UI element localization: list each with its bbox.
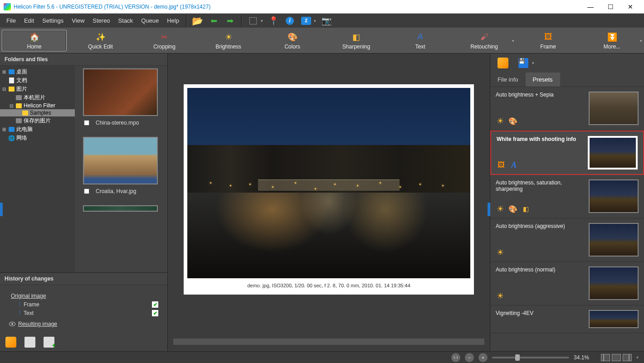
ribbon-sharpening[interactable]: ◧ Sharpening [324, 28, 388, 53]
menu-queue[interactable]: Queue [137, 15, 162, 26]
history-frame[interactable]: ⸾Frame✔ [9, 301, 158, 308]
window-title: Helicon Filter 5.6 - UNREGISTERED (TRIAL… [14, 4, 581, 10]
history-save-as-button[interactable] [44, 337, 54, 348]
preset-title: Auto brightness, saturation, sharpening [496, 179, 584, 192]
nav-forward-icon[interactable]: ➡ [225, 16, 235, 26]
ribbon-label: Colors [284, 44, 300, 50]
menu-stereo[interactable]: Stereo [89, 15, 113, 26]
horizontal-scrollbar[interactable] [173, 339, 484, 345]
thumbnail-item[interactable]: Croatia, Hvar.jpg [80, 137, 167, 194]
tree-node-desktop[interactable]: ⊞桌面 [0, 68, 75, 76]
ribbon-colors[interactable]: 🎨 Colors [260, 28, 324, 53]
ribbon-label: Retouching [470, 44, 498, 50]
chevron-down-icon[interactable]: ▾ [636, 355, 639, 360]
chevron-down-icon[interactable]: ▾ [532, 61, 534, 65]
thumbnail-checkbox[interactable] [84, 189, 89, 194]
minimize-button[interactable]: — [581, 0, 600, 14]
menubar: File Edit Settings View Stereo Stack Que… [0, 14, 644, 28]
ribbon-label: Frame [540, 44, 556, 50]
toolbar-divider [185, 15, 187, 27]
preset-item[interactable]: White frame with shooting info 🖼A [490, 131, 644, 175]
close-button[interactable]: ✕ [620, 0, 640, 14]
tree-node-this-pc[interactable]: ⊞此电脑 [0, 125, 75, 134]
chevron-down-icon[interactable]: ▾ [261, 19, 263, 23]
ribbon-home[interactable]: 🏠 Home [2, 30, 67, 51]
ribbon-label: Home [27, 44, 41, 50]
tree-node-network[interactable]: 🌐网络 [0, 134, 75, 142]
tree-node-helicon-filter[interactable]: ⊟Helicon Filter [0, 102, 75, 109]
preset-item[interactable]: Auto brightness + Sepia ☀🎨 [490, 87, 644, 131]
maximize-button[interactable]: ☐ [600, 0, 620, 14]
right-panel-grip[interactable] [488, 203, 490, 216]
zoom-fit-button[interactable]: 1:1 [451, 353, 460, 362]
preset-item[interactable]: Auto brightness (aggressive) ☀ [490, 218, 644, 262]
chevron-down-icon[interactable]: ▾ [512, 39, 514, 43]
menu-stack[interactable]: Stack [115, 15, 137, 26]
tree-node-samples[interactable]: Samples [0, 109, 75, 116]
save-icon[interactable]: 💾 [518, 58, 528, 68]
tree-node-local-photos[interactable]: 本机照片 [0, 93, 75, 102]
image-caption: demo. jpg, ISO3200, 1/20. 00 sec, f 2. 8… [187, 278, 470, 288]
zoom-slider[interactable] [492, 357, 569, 358]
camera-icon[interactable]: 📷 [322, 16, 332, 26]
tab-file-info[interactable]: File info [490, 73, 526, 87]
history-check-icon[interactable]: ✔ [152, 310, 158, 316]
preset-thumbnail [589, 266, 639, 300]
preset-item[interactable]: Auto brightness (normal) ☀ [490, 262, 644, 305]
menu-help[interactable]: Help [163, 15, 183, 26]
ribbon-more[interactable]: ⏬ More... ▾ [580, 28, 644, 53]
history-revert-button[interactable] [5, 337, 16, 348]
thumbnail-item[interactable] [80, 205, 167, 212]
history-original[interactable]: Original image [9, 293, 158, 299]
main-image[interactable] [187, 88, 470, 278]
ribbon-text[interactable]: A Text [388, 28, 452, 53]
tab-presets[interactable]: Presets [526, 73, 560, 87]
zoom-out-button[interactable]: − [465, 353, 474, 362]
tree-node-pictures[interactable]: ⊟图片 [0, 85, 75, 93]
history-text[interactable]: ⸾Text✔ [9, 310, 158, 316]
nav-back-icon[interactable]: ⬅ [209, 16, 219, 26]
ribbon-frame[interactable]: 🖼 Frame [516, 28, 580, 53]
ribbon-brightness[interactable]: ☀ Brightness [196, 28, 260, 53]
ribbon-label: Brightness [215, 44, 241, 50]
status-bar: 1:1 − + 34.1% ▾ [0, 351, 644, 363]
chevron-down-icon[interactable]: ▾ [640, 39, 642, 43]
chevron-down-icon[interactable]: ▾ [314, 19, 316, 23]
tree-node-saved-pictures[interactable]: 保存的图片 [0, 116, 75, 125]
wand-icon: ✨ [96, 32, 106, 43]
open-folder-icon[interactable]: 📂 [193, 16, 203, 26]
layout-center-button[interactable] [612, 354, 621, 361]
preset-item[interactable]: Vignetting -4EV [490, 305, 644, 333]
menu-view[interactable]: View [68, 15, 88, 26]
menu-file[interactable]: File [3, 15, 20, 26]
thumbnail-checkbox[interactable] [84, 120, 89, 126]
history-save-button[interactable] [24, 337, 35, 348]
history-section: History of changes Original image ⸾Frame… [0, 272, 167, 351]
image-frame: demo. jpg, ISO3200, 1/20. 00 sec, f 2. 8… [184, 84, 474, 295]
thumbnail-list[interactable]: China-stereo.mpo Croatia, Hvar.jpg [75, 66, 167, 272]
revert-icon[interactable] [498, 58, 508, 68]
menu-settings[interactable]: Settings [39, 15, 67, 26]
tree-node-documents[interactable]: 文档 [0, 76, 75, 85]
presets-list[interactable]: Auto brightness + Sepia ☀🎨 White frame w… [490, 87, 644, 351]
preset-item[interactable]: Auto brightness, saturation, sharpening … [490, 175, 644, 218]
thumbnail-item[interactable]: China-stereo.mpo [80, 68, 167, 126]
history-check-icon[interactable]: ✔ [152, 301, 158, 308]
zoom-in-button[interactable]: + [478, 353, 488, 362]
eye-icon [9, 322, 15, 326]
layout-left-button[interactable] [601, 354, 610, 361]
monitor-count-icon[interactable]: 2 [301, 16, 311, 26]
folder-tree[interactable]: ⊞桌面 文档 ⊟图片 本机照片 ⊟Helicon Filter Samples … [0, 66, 75, 272]
ribbon-quick-edit[interactable]: ✨ Quick Edit [68, 28, 132, 53]
left-panel-grip[interactable] [0, 203, 3, 216]
pin-icon[interactable]: 📍 [268, 16, 278, 26]
menu-edit[interactable]: Edit [20, 15, 38, 26]
ribbon-retouching[interactable]: 🖌 Retouching ▾ [452, 28, 516, 53]
history-resulting[interactable]: Resulting image [9, 321, 158, 327]
slider-thumb[interactable] [515, 354, 520, 361]
ribbon-cropping[interactable]: ✂ Cropping [132, 28, 196, 53]
layout-right-button[interactable] [623, 354, 632, 361]
selection-tool-icon[interactable] [248, 16, 258, 26]
history-header: History of changes [0, 273, 167, 285]
info-icon[interactable]: i [285, 16, 295, 26]
